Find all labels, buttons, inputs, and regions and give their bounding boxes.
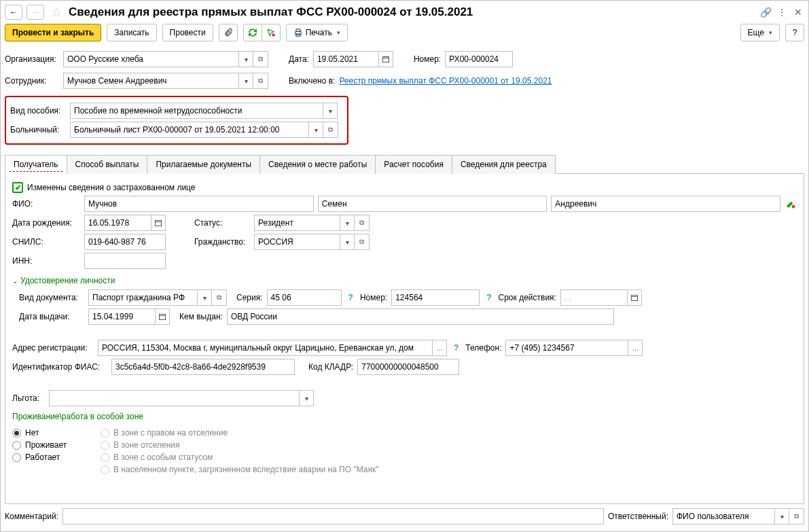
employee-input[interactable]: Мучнов Семен Андреевич xyxy=(63,73,238,89)
issue-date-label: Дата выдачи: xyxy=(19,312,84,321)
comment-input[interactable] xyxy=(62,508,604,525)
zone-right-label-3: В населенном пункте, загрязненном вследс… xyxy=(113,465,378,474)
help-icon[interactable]: ? xyxy=(486,293,491,302)
sicklist-input[interactable]: Больничный лист РХ00-000007 от 19.05.202… xyxy=(70,122,308,138)
calendar-icon[interactable] xyxy=(155,308,170,325)
snils-input[interactable]: 019-640-987 76 xyxy=(84,234,166,250)
dropdown-icon[interactable]: ▾ xyxy=(308,122,323,138)
calendar-icon[interactable] xyxy=(151,215,166,231)
firstname-input[interactable]: Семен xyxy=(318,196,547,212)
nav-forward-button[interactable]: → xyxy=(26,5,44,20)
attach-button[interactable] xyxy=(219,24,238,41)
fias-label: Идентификатор ФИАС: xyxy=(12,362,107,372)
dropdown-icon[interactable]: ▾ xyxy=(197,289,212,306)
benefit-code-input[interactable] xyxy=(49,390,299,406)
close-icon[interactable]: ✕ xyxy=(792,7,804,18)
series-input[interactable]: 45 06 xyxy=(267,289,342,306)
more-button[interactable]: Еще xyxy=(740,24,780,41)
refresh-cancel-button[interactable] xyxy=(262,24,281,41)
status-label: Статус: xyxy=(194,218,250,228)
kladr-input[interactable]: 77000000000048500 xyxy=(357,359,459,375)
favorite-star-icon[interactable]: ☆ xyxy=(51,5,62,20)
dropdown-icon[interactable]: ▾ xyxy=(323,103,338,119)
link-icon[interactable]: 🔗 xyxy=(759,7,772,18)
menu-dots-icon[interactable]: ⋮ xyxy=(776,7,788,18)
nav-back-button[interactable]: ← xyxy=(5,5,22,20)
tab-payment-method[interactable]: Способ выплаты xyxy=(67,155,148,174)
dropdown-icon[interactable]: ▾ xyxy=(340,234,355,250)
open-icon[interactable]: ⧉ xyxy=(212,289,227,306)
benefit-box: Вид пособия: Пособие по временной нетруд… xyxy=(5,96,348,145)
post-and-close-button[interactable]: Провести и закрыть xyxy=(5,24,101,41)
zone-right-radio-1 xyxy=(101,441,109,450)
help-icon[interactable]: ? xyxy=(348,293,353,302)
tab-attached-docs[interactable]: Прилагаемые документы xyxy=(147,155,260,174)
number-label: Номер: xyxy=(414,54,441,64)
date-input[interactable]: 19.05.2021 xyxy=(313,51,378,67)
zone-left-label-1: Проживает xyxy=(25,440,67,450)
issue-date-input[interactable]: 15.04.1999 xyxy=(88,308,155,325)
doc-number-input[interactable]: 124564 xyxy=(391,289,480,306)
number-input[interactable]: РХ00-000024 xyxy=(445,51,513,67)
tab-body-recipient: ✔ Изменены сведения о застрахованном лиц… xyxy=(5,174,804,504)
post-button[interactable]: Провести xyxy=(162,24,213,41)
citizenship-input[interactable]: РОССИЯ xyxy=(254,234,340,250)
fias-input[interactable]: 3c5c6a4d-5f0b-42c8-8a66-4de2928f9539 xyxy=(111,359,295,375)
zone-left-radio-0[interactable] xyxy=(12,429,21,438)
included-in-link[interactable]: Реестр прямых выплат ФСС РХ00-000001 от … xyxy=(339,76,552,86)
dropdown-icon[interactable]: ▾ xyxy=(774,508,789,525)
dropdown-icon[interactable]: ▾ xyxy=(238,73,253,89)
tab-workplace-info[interactable]: Сведения о месте работы xyxy=(259,155,376,174)
open-icon[interactable]: ⧉ xyxy=(253,51,268,67)
zone-left-radio-1[interactable] xyxy=(12,441,21,450)
validity-input[interactable]: . . xyxy=(560,289,627,306)
zone-right-radio-2 xyxy=(101,453,109,462)
open-icon[interactable]: ⧉ xyxy=(789,508,804,525)
middlename-input[interactable]: Андреевич xyxy=(551,196,780,212)
phone-input[interactable]: +7 (495) 1234567 xyxy=(505,340,628,356)
dob-input[interactable]: 16.05.1978 xyxy=(84,215,151,231)
help-icon[interactable]: ? xyxy=(454,343,459,353)
issued-by-input[interactable]: ОВД России xyxy=(227,308,614,325)
ellipsis-icon[interactable]: … xyxy=(628,340,643,356)
ellipsis-icon[interactable]: … xyxy=(432,340,447,356)
lastname-input[interactable]: Мучнов xyxy=(84,196,314,212)
open-icon[interactable]: ⧉ xyxy=(253,73,268,89)
edit-indicator-icon[interactable] xyxy=(785,198,797,210)
tab-recipient[interactable]: Получатель xyxy=(5,155,67,174)
open-icon[interactable]: ⧉ xyxy=(355,234,370,250)
dropdown-icon[interactable]: ▾ xyxy=(238,51,253,67)
svg-rect-3 xyxy=(382,57,389,63)
save-button[interactable]: Записать xyxy=(107,24,156,41)
status-input[interactable]: Резидент xyxy=(254,215,340,231)
phone-label: Телефон: xyxy=(465,343,501,353)
reg-address-input[interactable]: РОССИЯ, 115304, Москва г, муниципальный … xyxy=(98,340,432,356)
changed-checkbox[interactable]: ✔ xyxy=(12,182,23,193)
calendar-icon[interactable] xyxy=(627,289,642,306)
refresh-button[interactable] xyxy=(243,24,262,41)
dropdown-icon[interactable]: ▾ xyxy=(299,390,314,406)
validity-label: Срок действия: xyxy=(499,293,556,302)
benefit-type-label: Вид пособия: xyxy=(10,106,66,116)
help-button[interactable]: ? xyxy=(785,24,804,41)
inn-input[interactable] xyxy=(84,253,166,269)
issued-by-label: Кем выдан: xyxy=(179,312,223,321)
print-button[interactable]: Печать xyxy=(286,24,348,41)
changed-label: Изменены сведения о застрахованном лице xyxy=(27,183,196,192)
dropdown-icon[interactable]: ▾ xyxy=(340,215,355,231)
open-icon[interactable]: ⧉ xyxy=(323,122,338,138)
doc-type-label: Вид документа: xyxy=(19,293,84,302)
tab-strip: Получатель Способ выплаты Прилагаемые до… xyxy=(5,154,804,174)
identity-section-header[interactable]: ⌄ Удостоверение личности xyxy=(12,276,797,285)
refresh-button-group xyxy=(243,24,281,41)
open-icon[interactable]: ⧉ xyxy=(355,215,370,231)
org-input[interactable]: ООО Русские хлеба xyxy=(63,51,238,67)
calendar-icon[interactable] xyxy=(378,51,393,67)
tab-benefit-calc[interactable]: Расчет пособия xyxy=(375,155,452,174)
tab-registry-info[interactable]: Сведения для реестра xyxy=(452,155,556,174)
responsible-input[interactable]: ФИО пользователя xyxy=(672,508,774,525)
zone-left-radio-2[interactable] xyxy=(12,453,21,462)
doc-type-input[interactable]: Паспорт гражданина РФ xyxy=(88,289,197,306)
zone-left-label-0: Нет xyxy=(25,428,39,438)
benefit-type-input[interactable]: Пособие по временной нетрудоспособности xyxy=(70,103,323,119)
